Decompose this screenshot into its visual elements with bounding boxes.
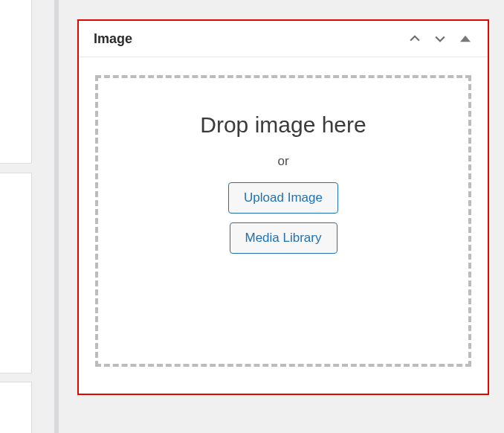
widget-controls [406,30,474,48]
sidebar-panel-fragment-3 [0,382,32,433]
sidebar-panel-fragment-1 [0,0,32,164]
move-down-icon[interactable] [431,30,449,48]
collapse-toggle-icon[interactable] [456,30,474,48]
dropzone-or-text: or [277,154,288,169]
dropzone-heading: Drop image here [200,112,366,138]
svg-marker-0 [460,36,471,42]
image-dropzone[interactable]: Drop image here or Upload Image Media Li… [95,75,471,367]
widget-header: Image [79,21,488,57]
upload-image-button[interactable]: Upload Image [228,182,338,214]
widget-body: Drop image here or Upload Image Media Li… [79,57,488,385]
vertical-divider [54,0,59,433]
move-up-icon[interactable] [406,30,424,48]
media-library-button[interactable]: Media Library [230,222,337,254]
widget-title: Image [94,31,132,47]
image-widget-card: Image Drop image here or Upload Image Me… [77,19,489,395]
sidebar-panel-fragment-2 [0,173,32,373]
